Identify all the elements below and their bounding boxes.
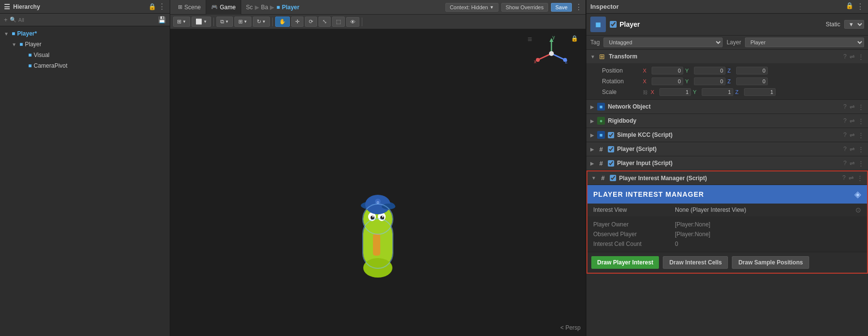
component-pim-header[interactable]: ▼ # Player Interest Manager (Script) ? ⇌… [587, 171, 867, 185]
transform-dots-icon[interactable]: ⋮ [858, 53, 864, 60]
rigidbody-settings-icon[interactable]: ⇌ [850, 117, 855, 125]
context-label: Context: [450, 4, 470, 10]
tool-cube[interactable]: ⬜▼ [192, 17, 211, 27]
layer-label: Layer [726, 39, 741, 46]
tree-item-player[interactable]: ▼ ■ Player [0, 39, 170, 50]
component-network-object-header[interactable]: ▶ ■ Network Object ? ⇌ ⋮ [586, 100, 868, 113]
rotation-z-input[interactable] [736, 77, 768, 85]
tool-grid[interactable]: ⊞▼ [234, 17, 251, 27]
pim-dots-icon[interactable]: ⋮ [857, 174, 863, 182]
network-help-icon[interactable]: ? [843, 103, 847, 111]
player-input-checkbox[interactable] [608, 160, 614, 167]
component-simple-kcc-header[interactable]: ▶ ■ Simple KCC (Script) ? ⇌ ⋮ [586, 128, 868, 142]
simple-kcc-checkbox[interactable] [608, 132, 614, 138]
save-button[interactable]: Save [551, 3, 572, 12]
draw-sample-positions-button[interactable]: Draw Sample Positions [732, 256, 809, 269]
draw-player-interest-button[interactable]: Draw Player Interest [591, 256, 659, 269]
network-dots-icon[interactable]: ⋮ [858, 103, 864, 111]
character-sprite: ⊙ [349, 190, 407, 278]
scene-save-icon[interactable]: 💾 [158, 16, 166, 23]
simple-kcc-settings-icon[interactable]: ⇌ [850, 131, 855, 139]
draw-interest-cells-button[interactable]: Draw Interest Cells [663, 256, 728, 269]
player-script-checkbox[interactable] [608, 146, 614, 152]
tree-item-visual[interactable]: ■ Visual [0, 50, 170, 60]
breadcrumb-sc[interactable]: Sc [246, 4, 253, 11]
lock-icon[interactable]: 🔒 [148, 3, 156, 10]
pim-settings-icon[interactable]: ⇌ [849, 174, 854, 182]
rigidbody-arrow: ▶ [590, 118, 594, 124]
tool-view[interactable]: ⊞▼ [173, 17, 190, 27]
breadcrumb-ba[interactable]: Ba [261, 4, 268, 11]
player-input-name: Player Input (Script) [617, 160, 840, 167]
tool-frame[interactable]: ⬚ [332, 17, 345, 27]
tool-eye[interactable]: 👁 [346, 17, 359, 27]
inspector-panel: Inspector 🔒 ⋮ ■ Static ▼ Tag Untag [586, 0, 868, 336]
rigidbody-help-icon[interactable]: ? [843, 117, 847, 125]
scale-x-input[interactable] [659, 88, 691, 96]
scale-z-input[interactable] [744, 88, 776, 96]
scene-panel-dots[interactable]: ⋮ [575, 2, 583, 12]
dots-icon[interactable]: ⋮ [158, 2, 166, 11]
component-player-script: ▶ # Player (Script) ? ⇌ ⋮ [586, 142, 868, 156]
tool-rotate[interactable]: ↻▼ [253, 17, 270, 27]
rotation-y-input[interactable] [694, 77, 726, 85]
hamburger-icon[interactable]: ☰ [4, 3, 10, 11]
transform-help-icon[interactable]: ? [843, 53, 847, 60]
component-player-input-header[interactable]: ▶ # Player Input (Script) ? ⇌ ⋮ [586, 156, 868, 170]
rigidbody-dots-icon[interactable]: ⋮ [858, 117, 864, 125]
svg-point-18 [372, 216, 374, 218]
component-player-script-header[interactable]: ▶ # Player (Script) ? ⇌ ⋮ [586, 142, 868, 156]
player-script-dots-icon[interactable]: ⋮ [858, 146, 864, 153]
object-name-input[interactable] [620, 20, 822, 28]
inspector-dots-icon[interactable]: ⋮ [856, 2, 864, 11]
static-dropdown[interactable]: ▼ [844, 20, 864, 29]
tag-dropdown[interactable]: Untagged [603, 37, 723, 47]
pim-checkbox[interactable] [610, 175, 616, 181]
tool-transform[interactable]: ⧉▼ [216, 17, 233, 27]
network-settings-icon[interactable]: ⇌ [850, 103, 855, 111]
position-y-input[interactable] [694, 67, 726, 75]
svg-point-9 [549, 51, 554, 56]
hierarchy-title-row: ☰ Hierarchy [4, 3, 40, 11]
gizmo-container[interactable]: y x z [532, 34, 571, 73]
transform-settings-icon[interactable]: ⇌ [850, 53, 855, 60]
scale-y-input[interactable] [702, 88, 733, 96]
inspector-lock-icon[interactable]: 🔒 [846, 2, 853, 11]
svg-point-19 [382, 216, 384, 218]
position-x-input[interactable] [652, 67, 683, 75]
tool-move[interactable]: ✛ [291, 17, 303, 27]
add-icon[interactable]: + [4, 16, 8, 23]
breadcrumb-current[interactable]: Player [282, 4, 300, 11]
gizmo-lock-icon[interactable]: 🔒 [571, 35, 578, 42]
interest-view-pick-button[interactable]: ⊙ [855, 206, 861, 214]
tool-scale[interactable]: ⤡ [319, 17, 331, 27]
player-input-settings-icon[interactable]: ⇌ [850, 160, 855, 167]
simple-kcc-help-icon[interactable]: ? [843, 131, 847, 139]
tree-item-camera-pivot[interactable]: ■ CameraPivot [0, 60, 170, 71]
viewport-menu-icon[interactable]: ≡ [528, 35, 532, 44]
scene-viewport[interactable]: ≡ y x z [170, 29, 585, 336]
search-input[interactable] [18, 17, 156, 23]
tool-rotate2[interactable]: ⟳ [305, 17, 317, 27]
simple-kcc-dots-icon[interactable]: ⋮ [858, 131, 864, 139]
layer-dropdown[interactable]: Player [745, 37, 864, 47]
context-button[interactable]: Context: Hidden ▼ [445, 3, 498, 12]
transform-controls: ? ⇌ ⋮ [843, 53, 864, 60]
player-input-help-icon[interactable]: ? [843, 160, 847, 167]
rotation-x-input[interactable] [652, 77, 683, 85]
player-input-dots-icon[interactable]: ⋮ [858, 160, 864, 167]
simple-kcc-arrow: ▶ [590, 132, 594, 138]
component-transform-header[interactable]: ▼ ⊞ Transform ? ⇌ ⋮ [586, 50, 868, 63]
position-z-input[interactable] [736, 67, 768, 75]
tab-scene[interactable]: ⊞ Scene [173, 0, 206, 15]
tab-game[interactable]: 🎮 Game [206, 0, 241, 15]
interest-cell-count-label: Interest Cell Count [593, 241, 671, 247]
tool-hand[interactable]: ✋ [275, 17, 290, 27]
player-script-help-icon[interactable]: ? [843, 146, 847, 153]
pim-help-icon[interactable]: ? [842, 174, 846, 182]
tree-item-player-root[interactable]: ▼ ■ Player* [0, 28, 170, 39]
object-active-checkbox[interactable] [610, 21, 617, 28]
player-script-settings-icon[interactable]: ⇌ [850, 146, 855, 153]
show-overrides-button[interactable]: Show Overrides [501, 3, 548, 12]
component-rigidbody-header[interactable]: ▶ ● Rigidbody ? ⇌ ⋮ [586, 114, 868, 128]
